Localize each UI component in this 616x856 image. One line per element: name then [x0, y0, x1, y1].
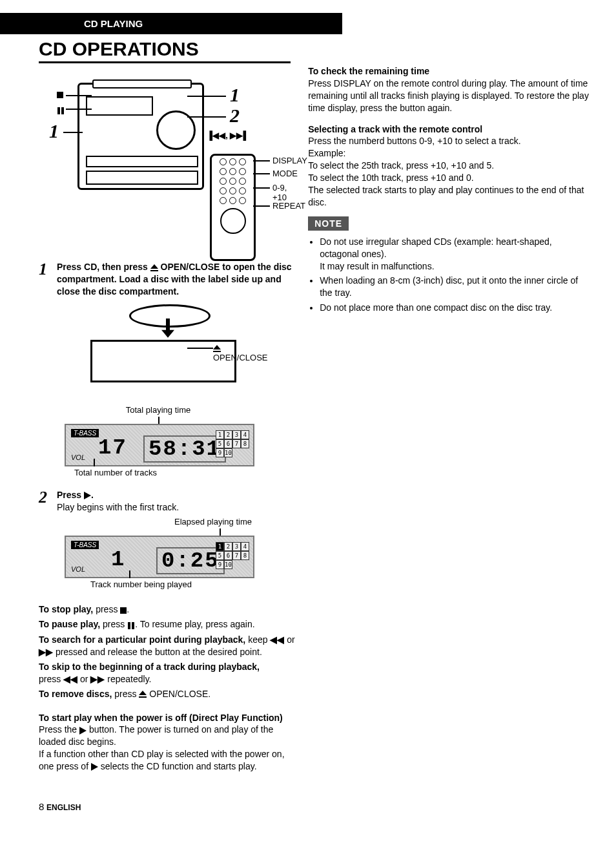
step-2-bold-pre: Press — [57, 490, 84, 500]
right-column: To check the remaining time Press DISPLA… — [308, 34, 590, 775]
skip-line: To skip to the beginning of a track duri… — [39, 661, 295, 685]
eject-icon — [213, 345, 221, 352]
tbass-indicator: T-BASS — [71, 429, 99, 437]
note-item: Do not use irregular shaped CDs (example… — [320, 236, 590, 273]
search-line: To search for a particular point during … — [39, 634, 295, 658]
stop-icon — [57, 92, 63, 98]
play-icon — [91, 763, 98, 771]
callout-left-1: 1 — [49, 120, 59, 142]
note-item: When loading an 8-cm (3-inch) disc, put … — [320, 275, 590, 299]
section-header: CD PLAYING — [0, 13, 342, 34]
eject-icon — [139, 691, 147, 698]
callout-right-2: 2 — [230, 105, 240, 127]
page-title: CD OPERATIONS — [39, 38, 291, 63]
left-column: CD OPERATIONS 1 1 — [39, 34, 295, 775]
total-tracks-value: 17 — [98, 435, 127, 460]
digits-label: 0-9, +10 — [272, 183, 295, 202]
open-close-label: OPEN/CLOSE — [213, 353, 268, 362]
current-track-value: 1 — [111, 547, 125, 572]
vol-indicator: VOL — [71, 454, 85, 461]
track-grid: 1234 5678 910 — [216, 430, 249, 457]
note-list: Do not use irregular shaped CDs (example… — [308, 236, 590, 314]
step-2: 2 Press . Play begins with the first tra… — [39, 489, 295, 514]
callout-right-1: 1 — [230, 84, 240, 106]
stop-icon — [120, 607, 127, 614]
mode-label: MODE — [272, 169, 298, 178]
pause-icon — [57, 105, 65, 115]
play-icon — [79, 727, 87, 735]
page-footer: 8 ENGLISH — [39, 801, 590, 812]
check-time-block: To check the remaining time Press DISPLA… — [308, 65, 590, 114]
vol-indicator: VOL — [71, 565, 85, 573]
repeat-label: REPEAT — [272, 201, 305, 211]
step-1-text-a: Press CD, then press — [57, 262, 150, 272]
lcd1-caption-top: Total playing time — [65, 405, 252, 415]
loading-diagram: OPEN/CLOSE — [65, 304, 258, 401]
stereo-illustration — [77, 83, 204, 190]
step-2-number: 2 — [39, 489, 57, 514]
remove-line: To remove discs, press OPEN/CLOSE. — [39, 688, 295, 700]
step-2-bold-post: . — [91, 490, 94, 500]
play-icon — [84, 492, 91, 499]
note-item: Do not place more than one compact disc … — [320, 302, 590, 314]
select-track-block: Selecting a track with the remote contro… — [308, 123, 590, 209]
track-grid: 1234 5678 910 — [216, 542, 249, 569]
remote-illustration — [210, 154, 256, 261]
tbass-indicator: T-BASS — [71, 541, 99, 549]
elapsed-time-value: 0:25 — [156, 547, 225, 574]
lcd-display-2: T-BASS VOL 1 0:25 1234 5678 910 — [65, 536, 254, 578]
total-time-value: 58:31 — [143, 435, 226, 463]
skip-icons-label: ▐◀◀, ▶▶▌ — [207, 130, 249, 140]
display-label: DISPLAY — [272, 156, 307, 165]
direct-play-block: To start play when the power is off (Dir… — [39, 712, 295, 773]
eject-icon — [150, 264, 158, 271]
lcd1-caption-bottom: Total number of tracks — [74, 468, 295, 477]
stop-play-line: To stop play, press . — [39, 603, 295, 616]
lcd2-caption-bottom: Track number being played — [90, 579, 295, 589]
pause-icon — [127, 619, 135, 631]
step-1: 1 Press CD, then press OPEN/CLOSE to ope… — [39, 261, 295, 298]
note-badge: NOTE — [308, 216, 349, 231]
pause-play-line: To pause play, press . To resume play, p… — [39, 618, 295, 631]
step-1-number: 1 — [39, 261, 57, 298]
lcd2-caption-top: Elapsed playing time — [65, 517, 271, 527]
step-2-line: Play begins with the first track. — [57, 502, 179, 512]
device-diagram: 1 1 2 ▐◀◀, ▶▶▌ DISPLAY — [45, 70, 295, 257]
